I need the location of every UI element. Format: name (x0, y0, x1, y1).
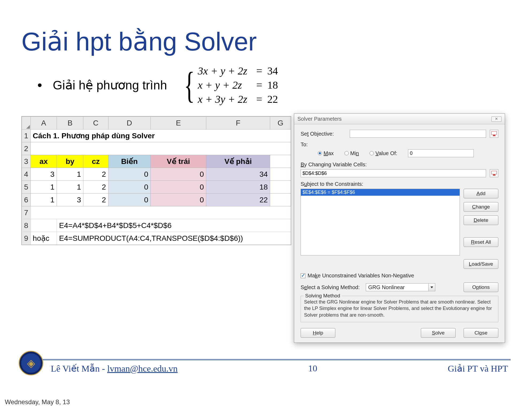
header-by[interactable]: by (57, 155, 83, 168)
logo-icon: ◈ (19, 351, 43, 375)
solving-method-combo[interactable]: GRG Nonlinear (366, 283, 435, 291)
options-button[interactable]: Options (464, 282, 498, 292)
row-header[interactable]: 7 (22, 206, 31, 219)
add-button[interactable]: Add (464, 189, 498, 198)
dialog-title-text: Solver Parameters (297, 116, 342, 122)
col-header[interactable]: G (270, 117, 291, 129)
reset-all-button[interactable]: Reset All (464, 237, 498, 247)
cell[interactable]: 3 (30, 168, 57, 181)
col-header[interactable]: A (30, 117, 57, 129)
header-vephai[interactable]: Vế phải (206, 155, 270, 168)
header-ax[interactable]: ax (30, 155, 57, 168)
set-objective-input[interactable] (350, 130, 486, 138)
by-changing-input[interactable] (301, 169, 486, 177)
cell[interactable]: 1 (57, 168, 83, 181)
constraints-listbox[interactable]: $E$4:$E$6 = $F$4:$F$6 (301, 189, 460, 255)
radio-max-label: Max (324, 150, 334, 156)
cell[interactable] (30, 206, 291, 219)
cell[interactable]: 0 (108, 194, 150, 206)
radio-icon (318, 151, 322, 155)
footer-right: Giải PT và HPT (448, 363, 508, 374)
solving-method-value: GRG Nonlinear (368, 284, 405, 290)
col-header[interactable]: D (108, 117, 150, 129)
header-vetrai[interactable]: Vế trái (150, 155, 206, 168)
dialog-titlebar[interactable]: Solver Parameters ✕ (294, 114, 505, 124)
cell[interactable]: hoặc (30, 232, 57, 245)
cell[interactable]: 0 (150, 168, 206, 181)
col-header[interactable]: F (206, 117, 270, 129)
help-button[interactable]: Help (301, 328, 335, 338)
radio-value-of[interactable]: Value Of: (370, 150, 397, 156)
by-changing-label: By Changing Variable Cells: (301, 162, 498, 168)
slide-title: Giải hpt bằng Solver (21, 27, 511, 57)
range-select-icon[interactable] (490, 169, 498, 177)
chevron-down-icon (430, 286, 433, 288)
delete-button[interactable]: Delete (464, 215, 498, 225)
cell[interactable]: 2 (83, 168, 108, 181)
radio-min[interactable]: Min (344, 150, 359, 156)
close-icon[interactable]: ✕ (491, 116, 502, 122)
change-button[interactable]: Change (464, 202, 498, 212)
formula-cell[interactable]: E4=A4*$D$4+B4*$D$5+C4*$D$6 (57, 219, 291, 232)
header-cz[interactable]: cz (83, 155, 108, 168)
cell[interactable]: 0 (108, 168, 150, 181)
cell[interactable]: 0 (108, 181, 150, 194)
radio-icon (344, 151, 349, 155)
brace-icon: { (184, 68, 195, 102)
set-objective-label: Set Objective: (301, 131, 346, 137)
cell[interactable] (30, 219, 57, 232)
cell[interactable] (270, 181, 291, 194)
nonneg-checkbox[interactable] (301, 273, 305, 278)
cell[interactable] (270, 194, 291, 206)
solver-dialog: Solver Parameters ✕ Set Objective: To: M… (294, 113, 505, 343)
col-header[interactable]: C (83, 117, 108, 129)
col-header[interactable]: B (57, 117, 83, 129)
row-header[interactable]: 9 (22, 232, 31, 245)
row-header[interactable]: 5 (22, 181, 31, 194)
cell[interactable]: 0 (150, 181, 206, 194)
cell[interactable]: 2 (83, 194, 108, 206)
radio-min-label: Min (350, 150, 359, 156)
constraint-item[interactable]: $E$4:$E$6 = $F$4:$F$6 (301, 189, 460, 196)
slide-footer: ◈ Lê Viết Mẫn - lvman@hce.edu.vn 10 Giải… (21, 359, 511, 374)
subject-label: Subject to the Constraints: (301, 181, 498, 187)
solving-method-fieldset: Solving Method Select the GRG Nonlinear … (301, 296, 498, 322)
cell[interactable]: 18 (206, 181, 270, 194)
page-number: 10 (308, 363, 317, 373)
cell[interactable]: 1 (57, 181, 83, 194)
radio-max[interactable]: Max (318, 150, 334, 156)
cell[interactable]: 3 (57, 194, 83, 206)
equation-line: x + y + 2z=18 (198, 79, 283, 91)
radio-icon (370, 151, 374, 155)
row-header[interactable]: 6 (22, 194, 31, 206)
range-select-icon[interactable] (490, 130, 498, 138)
header-bien[interactable]: Biến (108, 155, 150, 168)
close-button[interactable]: Close (464, 328, 498, 338)
cell[interactable] (270, 168, 291, 181)
cell[interactable]: 22 (206, 194, 270, 206)
value-of-input[interactable] (408, 149, 474, 157)
load-save-button[interactable]: Load/Save (464, 259, 498, 269)
row-header[interactable]: 4 (22, 168, 31, 181)
slide-date: Wednesday, May 8, 13 (5, 398, 70, 406)
solve-button[interactable]: Solve (421, 328, 456, 338)
formula-cell[interactable]: E4=SUMPRODUCT(A4:C4,TRANSPOSE($D$4:$D$6)… (57, 232, 291, 245)
footer-email-link[interactable]: lvman@hce.edu.vn (107, 364, 178, 373)
cell[interactable] (270, 155, 291, 168)
select-all-cell[interactable] (22, 117, 31, 129)
cell[interactable]: 1 (30, 181, 57, 194)
cell[interactable] (30, 142, 291, 155)
row-header[interactable]: 2 (22, 142, 31, 155)
bullet-text: Giải hệ phương trình (53, 78, 167, 92)
row-header[interactable]: 1 (22, 129, 31, 142)
cell[interactable]: 0 (150, 194, 206, 206)
cell[interactable]: Cách 1. Phương pháp dùng Solver (30, 129, 291, 142)
col-header[interactable]: E (150, 117, 206, 129)
cell[interactable]: 34 (206, 168, 270, 181)
cell[interactable]: 2 (83, 181, 108, 194)
fieldset-text: Select the GRG Nonlinear engine for Solv… (304, 299, 495, 318)
row-header[interactable]: 3 (22, 155, 31, 168)
row-header[interactable]: 8 (22, 219, 31, 232)
cell[interactable]: 1 (30, 194, 57, 206)
radio-valueof-label: Value Of: (375, 150, 397, 156)
